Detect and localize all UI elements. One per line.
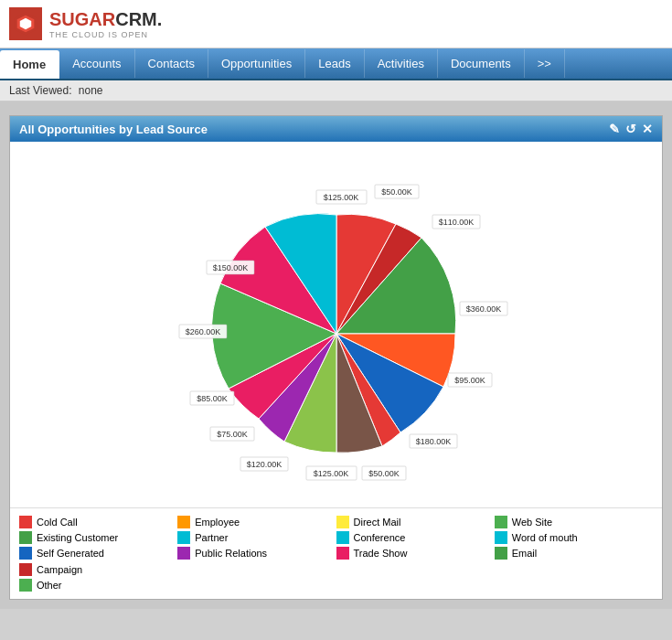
close-icon[interactable]: ✕ [642, 122, 653, 136]
refresh-icon[interactable]: ↺ [625, 122, 636, 136]
legend-label: Trade Show [354, 548, 408, 559]
nav-item-contacts[interactable]: Contacts [135, 49, 208, 78]
legend-color-swatch [336, 516, 349, 528]
legend-label: Cold Call [37, 517, 78, 528]
legend-label: Web Site [512, 517, 552, 528]
header: SUGARCRM. THE CLOUD IS OPEN [0, 0, 672, 48]
legend-label: Other [37, 580, 62, 591]
chart-legend: Cold CallExisting CustomerSelf Generated… [10, 507, 662, 599]
legend-color-swatch [19, 563, 32, 576]
legend-color-swatch [177, 531, 190, 544]
pie-chart: $125.00K $50.00K $110.00K $360.00K $95.0… [163, 165, 510, 485]
legend-item: Employee [177, 516, 336, 528]
legend-item: Trade Show [336, 547, 495, 560]
legend-item: Other [19, 579, 653, 592]
opportunities-widget: All Opportunities by Lead Source ✎ ↺ ✕ [9, 115, 663, 600]
svg-text:$125.00K: $125.00K [323, 193, 358, 202]
legend-item: Direct Mail [336, 516, 495, 528]
legend-label: Campaign [37, 564, 82, 575]
legend-color-swatch [177, 516, 190, 528]
legend-column: EmployeePartnerPublic Relations [177, 516, 336, 560]
legend-label: Conference [354, 532, 406, 543]
widget-controls: ✎ ↺ ✕ [609, 122, 653, 136]
nav-item-opportunities[interactable]: Opportunities [208, 49, 305, 78]
svg-text:$120.00K: $120.00K [246, 460, 282, 469]
svg-text:$50.00K: $50.00K [381, 187, 412, 197]
legend-item: Existing Customer [19, 531, 177, 544]
legend-color-swatch [495, 516, 507, 528]
legend-label: Self Generated [37, 548, 104, 559]
legend-color-swatch [336, 531, 349, 544]
nav-item-leads[interactable]: Leads [305, 49, 364, 78]
logo-icon [9, 7, 42, 40]
legend-color-swatch [336, 547, 349, 560]
svg-text:$75.00K: $75.00K [217, 430, 248, 439]
legend-color-swatch [19, 547, 32, 560]
legend-item: Self Generated [19, 547, 177, 560]
legend-color-swatch [19, 579, 32, 592]
nav-item-accounts[interactable]: Accounts [59, 49, 134, 78]
legend-item: Conference [336, 531, 495, 544]
widget-title: All Opportunities by Lead Source [19, 123, 208, 136]
brand-sugar: SUGAR [49, 9, 115, 29]
nav-item-documents[interactable]: Documents [438, 49, 525, 78]
content-area: All Opportunities by Lead Source ✎ ↺ ✕ [0, 101, 672, 609]
svg-text:$50.00K: $50.00K [368, 469, 400, 478]
chart-area: $125.00K $50.00K $110.00K $360.00K $95.0… [19, 151, 653, 498]
legend-color-swatch [177, 547, 190, 560]
legend-item: Cold Call [19, 516, 177, 528]
brand: SUGARCRM. THE CLOUD IS OPEN [49, 9, 162, 39]
legend-color-swatch [19, 531, 32, 544]
legend-label: Partner [195, 532, 228, 543]
legend-column: CampaignOther [19, 563, 653, 592]
legend-label: Existing Customer [37, 532, 118, 543]
legend-color-swatch [19, 516, 32, 528]
legend-item: Campaign [19, 563, 653, 576]
legend-column: Web SiteWord of mouthEmail [495, 516, 653, 560]
widget-header: All Opportunities by Lead Source ✎ ↺ ✕ [10, 116, 662, 142]
last-viewed-label: Last Viewed: [9, 84, 72, 97]
legend-item: Public Relations [177, 547, 336, 560]
last-viewed-value: none [79, 84, 103, 97]
nav-item-home[interactable]: Home [0, 50, 59, 79]
legend-item: Word of mouth [495, 531, 653, 544]
legend-label: Employee [195, 517, 240, 528]
svg-text:$150.00K: $150.00K [212, 263, 248, 272]
legend-label: Email [512, 548, 538, 559]
legend-color-swatch [495, 531, 507, 544]
brand-tagline: THE CLOUD IS OPEN [49, 30, 162, 39]
legend-item: Partner [177, 531, 336, 544]
legend-item: Web Site [495, 516, 653, 528]
edit-icon[interactable]: ✎ [609, 122, 620, 136]
nav-item-activities[interactable]: Activities [365, 49, 438, 78]
widget-body: $125.00K $50.00K $110.00K $360.00K $95.0… [10, 142, 662, 507]
last-viewed-bar: Last Viewed: none [0, 80, 672, 101]
legend-color-swatch [495, 547, 507, 560]
legend-item: Email [495, 547, 653, 560]
svg-text:$260.00K: $260.00K [185, 327, 220, 336]
svg-text:$360.00K: $360.00K [465, 304, 501, 314]
nav-item-[interactable]: >> [525, 49, 565, 78]
svg-text:$110.00K: $110.00K [438, 218, 474, 227]
legend-label: Direct Mail [354, 517, 401, 528]
svg-text:$180.00K: $180.00K [415, 437, 451, 446]
svg-text:$95.00K: $95.00K [454, 376, 485, 385]
svg-text:$85.00K: $85.00K [197, 394, 228, 403]
navbar: HomeAccountsContactsOpportunitiesLeadsAc… [0, 48, 672, 80]
legend-label: Public Relations [195, 548, 267, 559]
svg-text:$125.00K: $125.00K [313, 469, 348, 478]
legend-column: Direct MailConferenceTrade Show [336, 516, 495, 560]
legend-label: Word of mouth [512, 532, 578, 543]
legend-column: Cold CallExisting CustomerSelf Generated [19, 516, 177, 560]
brand-name: SUGARCRM. [49, 9, 162, 30]
